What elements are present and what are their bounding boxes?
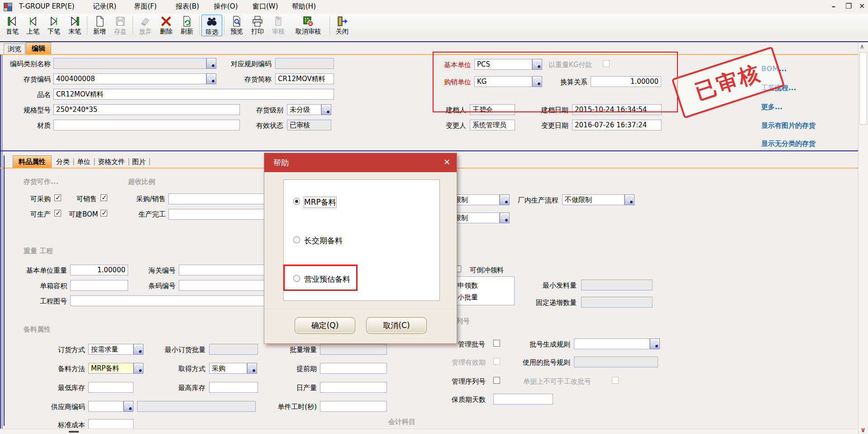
print-button[interactable]: 打印 [247,14,268,36]
label-status: 有效状态 [252,121,283,130]
label-shelf-life-days: 保质期天数 [452,395,486,404]
unit-weight-field[interactable]: 1.00000 [70,265,128,275]
nav-last-button[interactable]: 末笔 [64,14,85,36]
spec-field[interactable]: 250*240*35 [53,104,240,115]
cancel-audit-button[interactable]: 取消审核 [289,14,328,36]
batch-rule-field[interactable] [574,338,650,349]
bom-checkbox[interactable] [100,210,107,217]
dialog-radio-long-lead[interactable] [293,236,300,243]
dialog-option-mrp[interactable]: MRP备料 [304,197,336,207]
menu-help[interactable]: 帮助(H) [292,2,316,11]
dialog-radio-mrp[interactable] [293,198,300,205]
item-code-lookup-icon[interactable] [206,73,216,84]
nav-next-button[interactable]: 下笔 [43,14,64,36]
box-volume-field[interactable] [70,280,128,291]
minimize-button[interactable]: – [832,2,835,10]
unit-hours-field[interactable] [320,401,387,412]
producible-checkbox[interactable] [54,210,61,217]
base-unit-lookup-icon[interactable] [532,59,542,70]
order-mode-lookup-icon[interactable] [134,344,143,355]
subtab-unit[interactable]: 单位 [77,158,91,166]
item-level-field[interactable]: 未分级 [287,104,321,115]
trade-unit-lookup-icon[interactable] [532,76,542,87]
factory-flow-field[interactable]: 不做限制 [562,194,625,205]
nav-first-button[interactable]: 首笔 [2,14,23,36]
tab-browse[interactable]: 浏览 [4,43,25,54]
shelf-life-days-field[interactable] [493,394,553,405]
label-min-order-qty: 最小订货批量 [155,346,205,354]
label-modify-date: 变更日期 [537,121,568,130]
material-field[interactable] [53,120,240,130]
scroll-up-icon[interactable]: ∧ [860,43,864,50]
refresh-button[interactable]: 刷新 [176,14,197,36]
acquire-mode-lookup-icon[interactable] [247,363,257,374]
factory-flow-lookup-icon[interactable] [625,194,634,205]
preview-button[interactable]: 预览 [226,14,247,36]
manage-serial-checkbox[interactable] [493,377,500,384]
new-button[interactable]: 新增 [89,14,110,36]
scroll-thumb[interactable] [859,52,867,125]
filter-button[interactable]: 筛选 [201,14,222,36]
delete-button[interactable]: 删除 [156,14,176,36]
label-no-manual-batch: 单据上不可手工改批号 [523,377,591,386]
subtab-classification[interactable]: 分类 [56,158,70,166]
dialog-cancel-button[interactable]: 取消(C) [366,317,427,334]
batch-increment-field [320,344,387,355]
label-creator: 建档人 [441,106,466,115]
item-abbr-field[interactable]: CR12MOV精料 [275,73,334,84]
conv-ratio-field[interactable]: 1.00000 [591,76,661,87]
lead-time-field[interactable] [320,363,387,374]
vertical-scrollbar[interactable]: ∧ ∨ [858,42,868,434]
menu-window[interactable]: 窗口(W) [253,2,278,11]
item-name-field[interactable]: CR12MOV精料 [53,89,334,100]
process-restrict-lookup-icon[interactable] [500,212,510,223]
erp-window: T-GROUP ERP(E) 记录(R) 界面(F) 报表(B) 操作(O) 窗… [0,0,868,434]
menu-record[interactable]: 记录(R) [93,2,116,11]
acquire-mode-field[interactable]: 采购 [209,363,247,374]
min-stock-field[interactable] [88,382,134,393]
dialog-option-long-lead[interactable]: 长交期备料 [304,236,343,246]
label-max-stock: 最高库存 [174,384,205,392]
dialog-close-icon[interactable]: ✕ [444,157,450,167]
supplier-code-lookup-icon[interactable] [124,401,134,412]
bottom-strip [0,429,858,434]
menu-interface[interactable]: 界面(F) [134,2,157,11]
menu-report[interactable]: 报表(B) [176,2,199,11]
item-code-field[interactable]: 400400008 [53,73,206,84]
close-button[interactable]: ✕ [859,2,865,10]
subtab-qualification[interactable]: 资格文件 [98,158,125,166]
audit-button: 审核 [268,14,289,36]
daily-output-field[interactable] [320,382,387,393]
subtab-image[interactable]: 图片 [132,158,146,166]
dialog-titlebar[interactable]: 帮助 ✕ [264,153,457,172]
base-unit-field[interactable]: PCS [474,59,532,70]
subtab-item-attributes[interactable]: 料品属性 [13,155,52,168]
batch-rule-lookup-icon[interactable] [650,338,660,349]
manage-batch-checkbox[interactable] [493,340,500,347]
label-supplier-code: 供应商编码 [43,403,85,411]
restore-button[interactable]: ❐ [845,2,852,10]
max-stock-field[interactable] [209,382,258,393]
stock-method-lookup-icon[interactable] [134,363,143,374]
close-form-button[interactable]: 关闭 [332,14,353,36]
label-backflush: 可倒冲领料 [470,266,504,275]
tab-edit[interactable]: 编辑 [26,42,51,54]
code-category-lookup-icon[interactable] [206,58,216,69]
order-mode-field[interactable]: 按需求量 [88,344,134,355]
link-more[interactable]: 更多... [761,103,782,111]
purchasable-checkbox[interactable] [54,194,61,201]
link-show-with-image[interactable]: 显示有图片的存货 [761,121,816,130]
supplier-code-field[interactable] [88,401,124,412]
dialog-ok-button[interactable]: 确定(Q) [295,317,355,334]
item-level-lookup-icon[interactable] [321,104,331,115]
menu-operate[interactable]: 操作(O) [214,2,238,11]
link-show-unclassified[interactable]: 显示无分类的存货 [761,140,816,148]
nav-prev-button[interactable]: 上笔 [23,14,43,36]
menu-tgroup-erp[interactable]: T-GROUP ERP(E) [19,2,75,10]
stock-method-field[interactable]: MRP备料 [88,363,134,374]
material-restrict-lookup-icon[interactable] [500,194,510,205]
label-manage-batch: 管理批号 [458,340,485,349]
scroll-down-icon[interactable]: ∨ [860,426,866,434]
sellable-checkbox[interactable] [100,194,107,201]
trade-unit-field[interactable]: KG [474,76,532,87]
